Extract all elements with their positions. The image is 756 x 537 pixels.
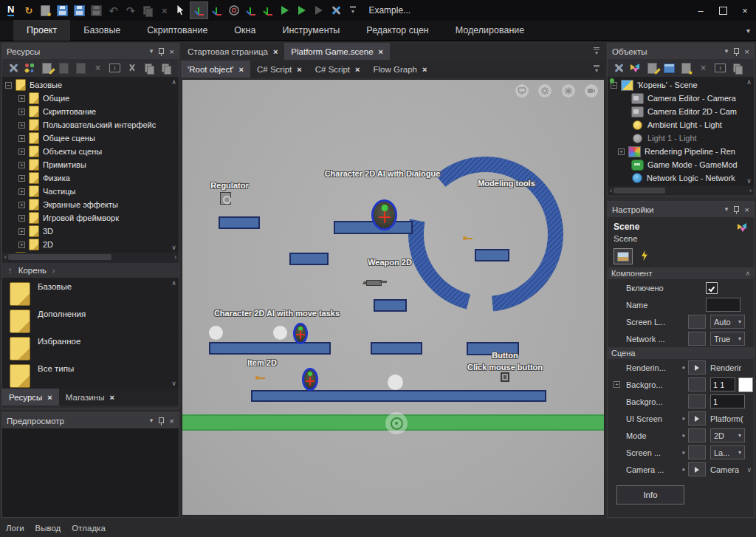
default-button[interactable] bbox=[688, 394, 706, 408]
objects-tree-hscrollbar[interactable]: ‹ › bbox=[608, 186, 754, 195]
up-icon[interactable]: ↑ bbox=[8, 266, 13, 275]
platform[interactable] bbox=[374, 299, 407, 312]
new-object-button[interactable]: ★ bbox=[680, 62, 693, 75]
new-resource-button[interactable] bbox=[24, 62, 36, 75]
delete-object-button[interactable]: × bbox=[697, 62, 709, 75]
crumb-next-icon[interactable]: › bbox=[52, 267, 55, 275]
play-scene-button[interactable] bbox=[293, 2, 310, 18]
toolbar-overflow-button[interactable]: ▾ bbox=[344, 2, 361, 18]
menu-tab-project[interactable]: Проект bbox=[13, 20, 70, 41]
weapon-2d-sprite[interactable] bbox=[363, 278, 387, 287]
tree-item[interactable]: Camera Editor - Camera bbox=[611, 92, 743, 105]
tree-item[interactable]: +Объекты сцены bbox=[5, 145, 168, 158]
select-tool-button[interactable] bbox=[173, 2, 190, 18]
transform-tool-button[interactable] bbox=[242, 2, 259, 18]
expander[interactable]: + bbox=[18, 202, 25, 208]
scroll-down-icon[interactable]: ∨ bbox=[746, 466, 752, 473]
sphere-object[interactable] bbox=[273, 326, 287, 340]
minimize-button[interactable]: – bbox=[690, 0, 712, 21]
mode-dropdown[interactable]: 2D▾ bbox=[710, 428, 745, 442]
menu-tab-scripting[interactable]: Скриптование bbox=[134, 20, 221, 41]
close-button[interactable]: × bbox=[734, 0, 756, 21]
objects-tree-vscrollbar[interactable]: ∧∨ bbox=[744, 77, 754, 186]
reference-button[interactable] bbox=[688, 360, 706, 374]
scroll-right-icon[interactable]: › bbox=[749, 187, 752, 194]
tree-item[interactable]: +Примитивы bbox=[5, 158, 168, 171]
screen-orientation-dropdown[interactable]: La...▾ bbox=[710, 445, 745, 459]
objects-panel-header[interactable]: Объекты ▾ × bbox=[608, 44, 754, 59]
tab-close-icon[interactable]: × bbox=[109, 393, 114, 402]
name-input[interactable] bbox=[706, 298, 740, 312]
properties-tab-button[interactable] bbox=[614, 248, 633, 264]
list-item[interactable]: Базовые bbox=[2, 281, 179, 308]
character-2d-sprite[interactable] bbox=[293, 323, 308, 344]
menu-collapse-icon[interactable]: ▾ bbox=[746, 27, 750, 35]
scroll-thumb[interactable] bbox=[8, 254, 111, 260]
tree-item[interactable]: +Rendering Pipeline - Ren bbox=[611, 145, 743, 158]
paste-button[interactable] bbox=[159, 62, 172, 75]
tree-item[interactable]: Camera Editor 2D - Cam bbox=[611, 105, 743, 118]
tree-item-partial[interactable] bbox=[5, 251, 168, 253]
tab-close-icon[interactable]: × bbox=[239, 65, 244, 74]
save-button[interactable] bbox=[54, 2, 71, 18]
tab-close-icon[interactable]: × bbox=[47, 393, 52, 402]
tools-button[interactable] bbox=[612, 62, 625, 75]
default-button[interactable] bbox=[688, 445, 706, 459]
platform[interactable] bbox=[219, 216, 260, 229]
save-all-button[interactable] bbox=[88, 2, 105, 18]
panel-close-icon[interactable]: × bbox=[169, 417, 174, 425]
color-swatch[interactable] bbox=[738, 377, 753, 392]
copy-button[interactable] bbox=[142, 62, 155, 75]
background-intensity-input[interactable]: 1 bbox=[710, 394, 745, 408]
expander[interactable]: + bbox=[18, 135, 25, 142]
preview-panel-header[interactable]: Предпросмотр ▾ × bbox=[2, 413, 179, 428]
expander[interactable]: + bbox=[614, 381, 620, 388]
group-header-scene[interactable]: Сцена bbox=[608, 347, 754, 359]
tree-item[interactable]: −'Корень' - Scene bbox=[611, 78, 743, 92]
scroll-thumb[interactable] bbox=[614, 188, 665, 194]
move-tool-button[interactable] bbox=[190, 1, 208, 19]
tree-item[interactable]: +Пользовательский интерфейс bbox=[5, 118, 168, 131]
tab-cs-script-2[interactable]: C# Script× bbox=[309, 61, 367, 78]
expander[interactable]: − bbox=[5, 82, 12, 89]
tab-start-page[interactable]: Стартовая страница× bbox=[181, 43, 284, 60]
regulator-object[interactable] bbox=[220, 192, 231, 205]
tree-item[interactable]: −Базовые bbox=[5, 78, 168, 92]
platform[interactable] bbox=[371, 342, 422, 355]
statusbar-debug[interactable]: Отладка bbox=[72, 524, 105, 533]
play-disabled-button[interactable] bbox=[310, 2, 327, 18]
edit-resource-button[interactable] bbox=[41, 62, 53, 75]
play-button[interactable] bbox=[276, 2, 293, 18]
rotate-tool-button[interactable] bbox=[225, 2, 242, 18]
info-button[interactable]: Info bbox=[616, 485, 684, 504]
delete-button[interactable]: × bbox=[156, 2, 173, 18]
cut-button[interactable] bbox=[126, 62, 138, 75]
panel-menu-icon[interactable]: ▾ bbox=[150, 48, 154, 55]
tree-item[interactable]: Network Logic - Network bbox=[611, 171, 743, 185]
settings-panel-header[interactable]: Настройки ▾ × bbox=[608, 202, 754, 217]
scroll-left-icon[interactable]: ‹ bbox=[610, 187, 612, 194]
expander[interactable]: + bbox=[18, 215, 25, 222]
sphere-object[interactable] bbox=[388, 374, 403, 390]
group-header-component[interactable]: Компонент ∧ bbox=[608, 267, 754, 279]
expander[interactable]: + bbox=[618, 148, 625, 155]
tree-item[interactable]: +3D bbox=[5, 225, 168, 238]
menu-tab-windows[interactable]: Окна bbox=[221, 20, 269, 41]
expander[interactable]: + bbox=[18, 228, 25, 235]
character-2d-sprite[interactable] bbox=[371, 199, 397, 230]
expander[interactable]: + bbox=[18, 188, 25, 195]
list-item[interactable]: Все типы bbox=[2, 363, 179, 389]
expander[interactable]: + bbox=[18, 162, 25, 168]
tab-platform-game-scene[interactable]: Platform Game.scene× bbox=[284, 43, 390, 60]
scroll-right-icon[interactable]: › bbox=[174, 253, 176, 261]
background-color-input[interactable]: 1 1 bbox=[710, 377, 735, 391]
statusbar-output[interactable]: Вывод bbox=[35, 524, 61, 533]
rename-object-button[interactable]: I bbox=[714, 62, 726, 75]
display-mode-button[interactable] bbox=[515, 84, 529, 98]
screen-label-dropdown[interactable]: Auto▾ bbox=[710, 315, 745, 329]
tab-close-icon[interactable]: × bbox=[273, 47, 278, 56]
expander[interactable]: + bbox=[18, 109, 25, 115]
import-button[interactable] bbox=[58, 62, 70, 75]
rename-resource-button[interactable]: I bbox=[109, 62, 121, 75]
tree-item[interactable]: +Общее сцены bbox=[5, 131, 168, 145]
